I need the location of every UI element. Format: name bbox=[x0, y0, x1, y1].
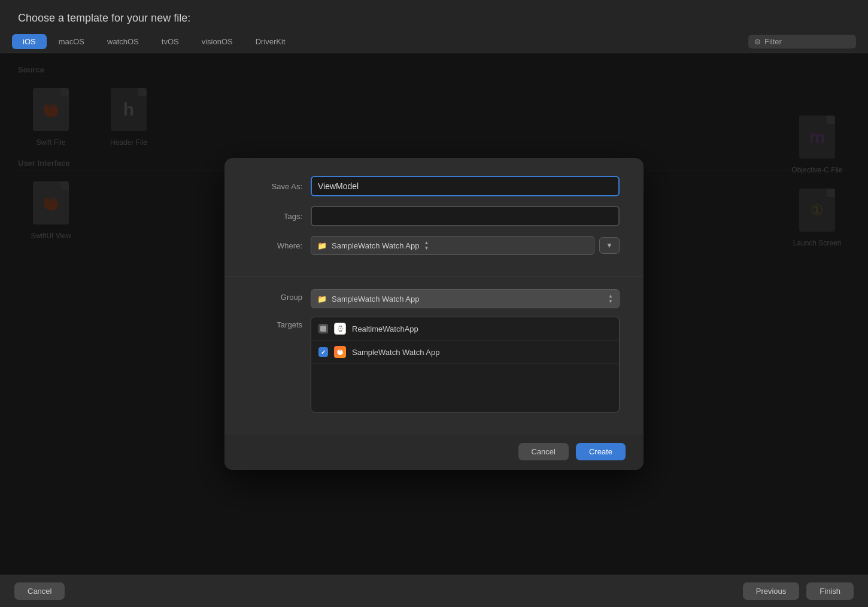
save-as-input[interactable] bbox=[311, 176, 620, 196]
modal-create-button[interactable]: Create bbox=[576, 443, 626, 460]
where-row: Where: 📁 SampleWatch Watch App ▲ ▼ ▼ bbox=[248, 236, 620, 255]
filter-box[interactable]: ⊜ Filter bbox=[748, 35, 856, 48]
modal-overlay: Save As: Tags: Where: 📁 bbox=[0, 53, 868, 575]
content-area: Source Swift File bbox=[0, 53, 868, 575]
where-expand-button[interactable]: ▼ bbox=[599, 237, 620, 254]
target-samplewatch-icon bbox=[334, 346, 346, 358]
partial-indicator bbox=[320, 326, 326, 332]
modal-top-section: Save As: Tags: Where: 📁 bbox=[224, 158, 644, 277]
group-row: Group 📁 SampleWatch Watch App ▲ ▼ bbox=[248, 289, 620, 308]
where-selector-row: 📁 SampleWatch Watch App ▲ ▼ ▼ bbox=[311, 236, 620, 255]
modal-footer: Cancel Create bbox=[224, 433, 644, 470]
save-as-label: Save As: bbox=[248, 182, 302, 191]
group-value: SampleWatch Watch App bbox=[332, 295, 419, 304]
finish-button[interactable]: Finish bbox=[806, 582, 854, 600]
target-realtime-checkbox[interactable] bbox=[318, 324, 328, 333]
samplewatch-logo bbox=[336, 348, 344, 356]
tags-label: Tags: bbox=[248, 212, 302, 221]
save-dialog: Save As: Tags: Where: 📁 bbox=[224, 158, 644, 470]
target-realtime-name: RealtimeWatchApp bbox=[352, 324, 418, 333]
target-item-samplewatch[interactable]: ✓ SampleWatch Watch App bbox=[311, 341, 619, 364]
save-as-row: Save As: bbox=[248, 176, 620, 196]
where-arrows: ▲ ▼ bbox=[424, 240, 429, 251]
filter-icon: ⊜ bbox=[754, 37, 761, 46]
tags-row: Tags: bbox=[248, 206, 620, 226]
where-value: SampleWatch Watch App bbox=[332, 241, 419, 250]
group-select[interactable]: 📁 SampleWatch Watch App ▲ ▼ bbox=[311, 289, 620, 308]
checkmark: ✓ bbox=[321, 349, 326, 356]
targets-empty-space bbox=[311, 364, 619, 412]
tab-visionos[interactable]: visionOS bbox=[191, 34, 244, 49]
target-samplewatch-name: SampleWatch Watch App bbox=[352, 348, 439, 357]
tab-ios[interactable]: iOS bbox=[12, 34, 47, 49]
modal-bottom-section: Group 📁 SampleWatch Watch App ▲ ▼ bbox=[224, 277, 644, 433]
targets-label: Targets bbox=[248, 317, 302, 329]
cancel-button[interactable]: Cancel bbox=[14, 582, 65, 600]
targets-list: ⌚ RealtimeWatchApp ✓ bbox=[311, 317, 620, 412]
tags-input[interactable] bbox=[311, 206, 620, 226]
previous-button[interactable]: Previous bbox=[743, 582, 800, 600]
tab-driverkit[interactable]: DriverKit bbox=[245, 34, 296, 49]
targets-row: Targets ⌚ RealtimeWatchApp bbox=[248, 317, 620, 412]
where-select[interactable]: 📁 SampleWatch Watch App ▲ ▼ bbox=[311, 236, 594, 255]
target-item-realtime[interactable]: ⌚ RealtimeWatchApp bbox=[311, 317, 619, 341]
where-label: Where: bbox=[248, 241, 302, 250]
group-label: Group bbox=[248, 289, 302, 302]
group-folder-icon: 📁 bbox=[317, 295, 327, 304]
filter-label: Filter bbox=[764, 37, 782, 46]
folder-icon: 📁 bbox=[317, 241, 327, 250]
bottom-bar: Cancel Previous Finish bbox=[0, 575, 868, 607]
tab-watchos[interactable]: watchOS bbox=[96, 34, 150, 49]
window-title: Choose a template for your new file: bbox=[0, 0, 868, 31]
tab-bar: iOS macOS watchOS tvOS visionOS DriverKi… bbox=[0, 31, 868, 53]
group-arrows: ▲ ▼ bbox=[608, 293, 613, 304]
tab-macos[interactable]: macOS bbox=[48, 34, 95, 49]
target-realtime-icon: ⌚ bbox=[334, 323, 346, 335]
target-samplewatch-checkbox[interactable]: ✓ bbox=[318, 347, 328, 357]
modal-cancel-button[interactable]: Cancel bbox=[518, 443, 569, 460]
tab-tvos[interactable]: tvOS bbox=[151, 34, 190, 49]
main-window: Choose a template for your new file: iOS… bbox=[0, 0, 868, 607]
